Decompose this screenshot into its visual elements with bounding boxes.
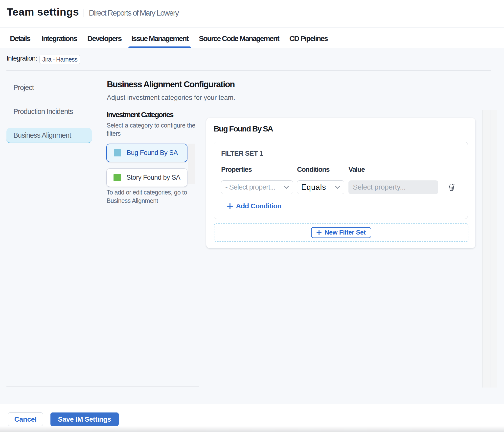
tab-source-code-management[interactable]: Source Code Management bbox=[196, 28, 282, 48]
plus-icon bbox=[317, 230, 321, 235]
investment-categories-title: Investment Categories bbox=[107, 110, 173, 119]
plus-icon bbox=[227, 203, 233, 209]
content-bottom-border bbox=[6, 386, 199, 387]
active-tab-underline bbox=[128, 46, 191, 48]
filter-panel-title: Bug Found By SA bbox=[214, 124, 273, 133]
value-input[interactable] bbox=[348, 180, 438, 194]
integration-chip[interactable]: Jira - Harness bbox=[39, 55, 80, 64]
new-filter-set-dropzone: New Filter Set bbox=[214, 223, 468, 242]
tab-bar: Details Integrations Developers Issue Ma… bbox=[0, 28, 504, 48]
cancel-button[interactable]: Cancel bbox=[8, 412, 43, 426]
sidebar-item-business-alignment[interactable]: Business Alignment bbox=[6, 128, 92, 143]
property-select[interactable]: - Select propert... bbox=[221, 180, 293, 194]
content-top-border bbox=[6, 70, 491, 71]
column-header-value: Value bbox=[348, 166, 365, 173]
add-condition-button[interactable]: Add Condition bbox=[227, 202, 281, 210]
condition-select[interactable]: Equals bbox=[297, 180, 344, 194]
column-header-conditions: Conditions bbox=[297, 166, 329, 173]
chevron-down-icon bbox=[335, 186, 340, 189]
save-im-settings-button[interactable]: Save IM Settings bbox=[50, 412, 119, 426]
integration-label: Integration: bbox=[6, 50, 37, 66]
category-list-scrollbar[interactable] bbox=[188, 144, 195, 184]
section-title: Business Alignment Configuration bbox=[107, 79, 235, 89]
team-settings-page: Team settings Direct Reports of Mary Low… bbox=[0, 0, 504, 432]
tab-integrations[interactable]: Integrations bbox=[39, 28, 80, 48]
scrollbar-tracks[interactable] bbox=[482, 110, 497, 388]
category-bug-found-by-sa[interactable]: Bug Found By SA bbox=[106, 144, 187, 162]
category-swatch-green bbox=[114, 174, 121, 181]
categories-divider bbox=[199, 110, 199, 388]
category-swatch-blue bbox=[114, 149, 121, 156]
footer-bar: Cancel Save IM Settings bbox=[0, 404, 504, 432]
title-divider bbox=[84, 9, 84, 17]
tab-details[interactable]: Details bbox=[7, 28, 33, 48]
sidebar-item-production-incidents[interactable]: Production Incidents bbox=[13, 104, 73, 119]
filter-set-label: FILTER SET 1 bbox=[221, 150, 263, 157]
column-header-properties: Properties bbox=[221, 166, 252, 173]
chevron-down-icon bbox=[284, 186, 289, 189]
delete-condition-button[interactable] bbox=[446, 181, 458, 194]
page-subtitle: Direct Reports of Mary Lowery bbox=[89, 8, 179, 18]
category-story-found-by-sa[interactable]: Story Found by SA bbox=[106, 168, 187, 187]
page-header: Team settings Direct Reports of Mary Low… bbox=[0, 0, 504, 27]
page-title: Team settings bbox=[7, 6, 79, 18]
tab-issue-management[interactable]: Issue Management bbox=[128, 28, 191, 48]
categories-footnote: To add or edit categories, go to Busines… bbox=[107, 188, 193, 205]
sidebar-divider bbox=[99, 70, 99, 386]
trash-icon bbox=[448, 183, 455, 191]
section-subtitle: Adjust investment categories for your te… bbox=[107, 94, 235, 102]
tab-cd-pipelines[interactable]: CD Pipelines bbox=[286, 28, 331, 48]
tab-developers[interactable]: Developers bbox=[84, 28, 124, 48]
investment-categories-hint: Select a category to configure the filte… bbox=[107, 121, 200, 137]
sidebar-item-project[interactable]: Project bbox=[13, 80, 34, 95]
new-filter-set-button[interactable]: New Filter Set bbox=[311, 227, 371, 238]
